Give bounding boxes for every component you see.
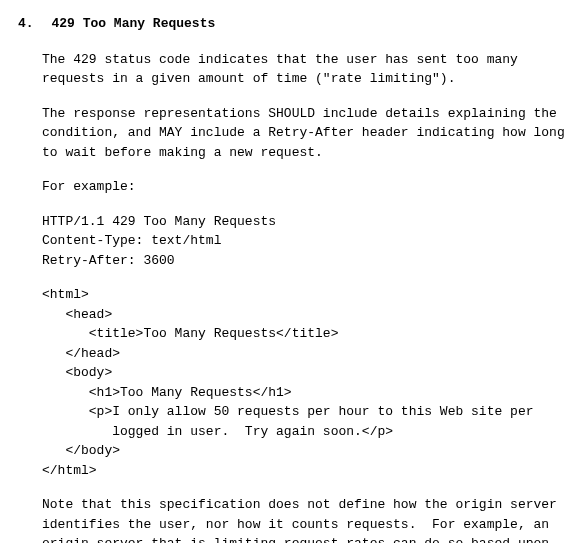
code-html-body: <html> <head> <title>Too Many Requests</… [42, 285, 569, 480]
section-title: 429 Too Many Requests [51, 14, 215, 34]
code-http-headers: HTTP/1.1 429 Too Many Requests Content-T… [42, 212, 569, 271]
paragraph-intro: The 429 status code indicates that the u… [42, 50, 569, 89]
section-content: The 429 status code indicates that the u… [42, 50, 569, 544]
paragraph-response: The response representations SHOULD incl… [42, 104, 569, 163]
paragraph-example-label: For example: [42, 177, 569, 197]
paragraph-note: Note that this specification does not de… [42, 495, 569, 543]
section-header: 4. 429 Too Many Requests [18, 14, 569, 34]
section-number: 4. [18, 14, 34, 34]
